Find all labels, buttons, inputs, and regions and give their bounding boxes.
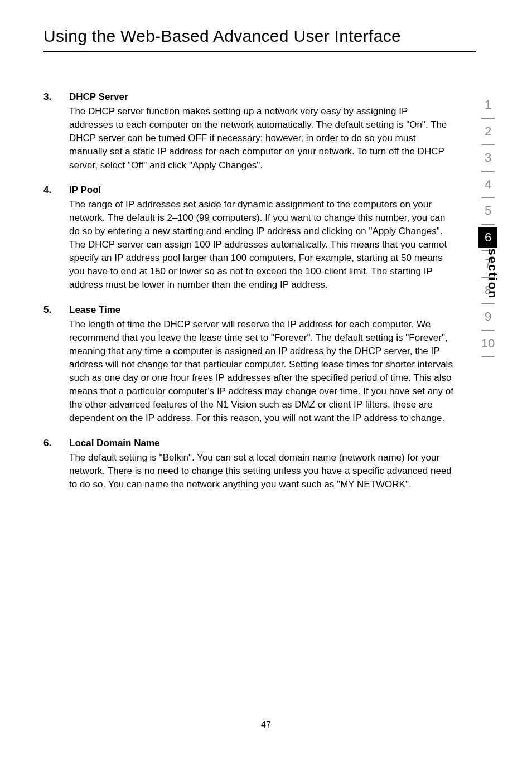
nav-item-3[interactable]: 3 bbox=[478, 148, 497, 168]
nav-divider bbox=[481, 144, 495, 146]
nav-item-5[interactable]: 5 bbox=[478, 201, 497, 221]
nav-divider bbox=[481, 330, 495, 331]
nav-item-4[interactable]: 4 bbox=[478, 175, 497, 195]
item-number: 4. bbox=[43, 185, 69, 196]
list-item: 5. Lease Time The length of time the DHC… bbox=[43, 304, 471, 431]
nav-divider bbox=[481, 197, 495, 199]
item-number: 6. bbox=[43, 438, 69, 449]
nav-divider bbox=[481, 118, 495, 119]
list-item: 6. Local Domain Name The default setting… bbox=[43, 438, 471, 497]
item-heading: IP Pool bbox=[69, 185, 471, 196]
page-title: Using the Web-Based Advanced User Interf… bbox=[0, 0, 532, 46]
item-body: IP Pool The range of IP addresses set as… bbox=[69, 185, 471, 298]
item-text: The length of time the DHCP server will … bbox=[69, 318, 471, 425]
item-text: The range of IP addresses set aside for … bbox=[69, 198, 471, 292]
item-number: 5. bbox=[43, 304, 69, 316]
item-body: Local Domain Name The default setting is… bbox=[69, 438, 471, 497]
nav-divider bbox=[481, 303, 495, 304]
item-body: DHCP Server The DHCP server function mak… bbox=[69, 91, 471, 178]
item-text: The default setting is "Belkin". You can… bbox=[69, 451, 471, 491]
item-body: Lease Time The length of time the DHCP s… bbox=[69, 304, 471, 431]
item-number: 3. bbox=[43, 91, 69, 103]
section-label: section bbox=[485, 248, 499, 299]
nav-item-2[interactable]: 2 bbox=[478, 122, 497, 142]
nav-item-10[interactable]: 10 bbox=[478, 333, 497, 354]
nav-divider bbox=[481, 171, 495, 172]
nav-divider bbox=[481, 356, 495, 357]
nav-item-1[interactable]: 1 bbox=[478, 95, 497, 115]
list-item: 3. DHCP Server The DHCP server function … bbox=[43, 91, 471, 178]
nav-item-9[interactable]: 9 bbox=[478, 307, 497, 327]
item-heading: Local Domain Name bbox=[69, 438, 471, 449]
nav-divider bbox=[481, 224, 495, 225]
content-area: 3. DHCP Server The DHCP server function … bbox=[0, 52, 532, 497]
item-text: The DHCP server function makes setting u… bbox=[69, 105, 471, 172]
item-heading: DHCP Server bbox=[69, 91, 471, 103]
nav-item-6[interactable]: 6 bbox=[478, 227, 497, 248]
list-item: 4. IP Pool The range of IP addresses set… bbox=[43, 185, 471, 298]
page-number: 47 bbox=[0, 720, 532, 730]
item-heading: Lease Time bbox=[69, 304, 471, 316]
section-nav: 1 2 3 4 5 6 7 8 9 10 bbox=[478, 95, 497, 360]
